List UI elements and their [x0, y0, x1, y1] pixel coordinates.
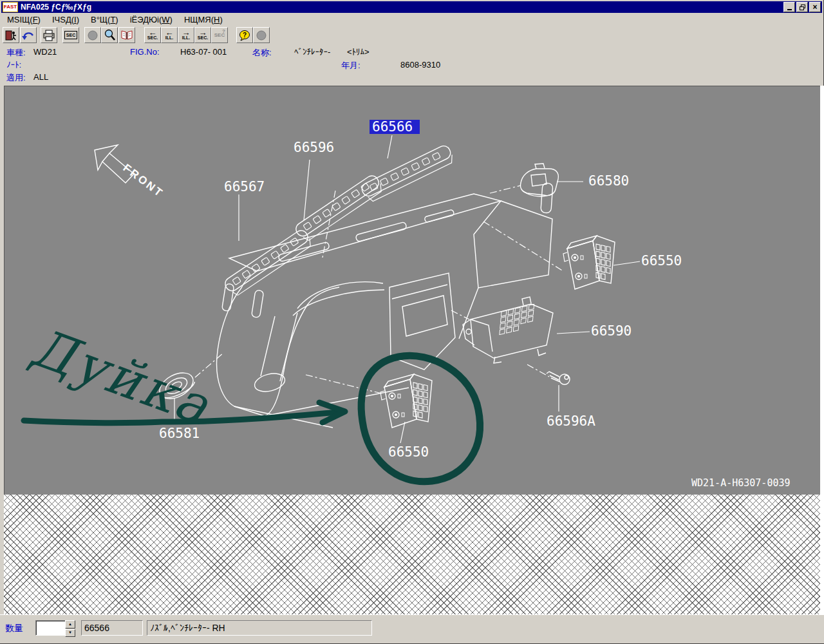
app-icon: FAST	[3, 2, 18, 12]
prev-ill-icon: ←	[165, 30, 174, 35]
next-illustration-button[interactable]: → ILL.	[178, 27, 194, 43]
part-labels: 66596 66567 66580 66550 66590 66596A 665…	[159, 140, 682, 460]
menu-bar: МЅІЩ(F) ІЧЅД(I) В°Щ(T) іЁЭДЮі(W) НЩМЯ(H)	[1, 14, 822, 26]
figure-info-panel: 車種: WD21 FIG.No: H63-07- 001 名称: ﾍﾞﾝﾁﾚｰﾀ…	[1, 45, 822, 84]
exit-button[interactable]	[3, 27, 19, 43]
fig-no-label: FIG.No:	[130, 47, 160, 57]
date-value: 8608-9310	[400, 60, 440, 70]
menu-help[interactable]: НЩМЯ(H)	[178, 14, 229, 25]
apply-label: 適用:	[6, 72, 26, 84]
disabled-button-2	[253, 27, 270, 43]
vehicle-value: WD21	[33, 47, 57, 57]
menu-window[interactable]: іЁЭДЮі(W)	[124, 14, 178, 25]
exit-icon	[5, 30, 17, 41]
blank-disabled-icon-2	[256, 30, 267, 41]
quantity-down-button[interactable]: ▼	[65, 629, 75, 638]
help-icon: ?	[239, 30, 250, 41]
prev-section-button[interactable]: ← SEC.	[144, 27, 161, 43]
sec-icon: SEC	[64, 31, 77, 39]
canvas-right-gutter	[820, 86, 824, 615]
title-bar: FAST NFA025 ƒCƒ‰ƒXƒg ×	[1, 1, 822, 13]
exploded-view-drawing: Дуйка 66596 66567 66580 66550 66590 6659…	[5, 86, 821, 495]
part-label-66580[interactable]: 66580	[588, 173, 629, 189]
quantity-input[interactable]	[35, 620, 66, 636]
vehicle-label: 車種:	[6, 47, 26, 59]
next-sec-icon: →	[199, 30, 207, 35]
illustration-canvas: Дуйка 66596 66567 66580 66550 66590 6659…	[4, 86, 821, 495]
quantity-stepper: ▲ ▼	[65, 620, 75, 637]
quantity-label: 数量	[5, 623, 23, 634]
book-icon	[120, 30, 133, 41]
part-label-66596[interactable]: 66596	[294, 140, 334, 155]
part-label-66596A[interactable]: 66596A	[547, 413, 595, 429]
svg-text:?: ?	[243, 31, 247, 38]
menu-tool[interactable]: В°Щ(T)	[85, 14, 124, 25]
part-label-66550-right[interactable]: 66550	[641, 253, 682, 269]
zoom-button[interactable]	[101, 27, 118, 43]
close-button[interactable]: ×	[809, 2, 821, 12]
sec-list-button[interactable]: SEC	[62, 27, 79, 43]
restore-button[interactable]	[796, 2, 808, 12]
blank-disabled-icon	[88, 30, 98, 41]
section-help-button: ? SEC	[211, 27, 228, 43]
minimize-icon	[787, 9, 792, 10]
part-label-66590[interactable]: 66590	[591, 323, 632, 339]
annotation-circle	[361, 355, 480, 481]
menu-illust[interactable]: ІЧЅД(I)	[46, 14, 85, 25]
undo-button[interactable]	[20, 27, 37, 43]
part-label-66550-bottom[interactable]: 66550	[388, 444, 429, 460]
next-ill-icon: →	[182, 30, 191, 35]
status-bar: 数量 ▲ ▼ 66566 ﾉｽﾞﾙ,ﾍﾞﾝﾁﾚｰﾀｰ- RH	[0, 614, 824, 643]
selected-part-name-field: ﾉｽﾞﾙ,ﾍﾞﾝﾁﾚｰﾀｰ- RH	[147, 620, 372, 636]
name-trim-value: <ﾄﾘﾑ>	[347, 47, 370, 57]
highlighted-part-number[interactable]: 66566	[370, 119, 420, 135]
toolbar: SEC ← SEC. ← ILL. →	[1, 26, 822, 45]
drawing-plate-number: WD21-A-H6307-0039	[691, 477, 791, 489]
quantity-up-button[interactable]: ▲	[65, 620, 75, 629]
help-button[interactable]: ?	[236, 27, 253, 43]
disabled-button-1	[84, 27, 101, 43]
prev-illustration-button[interactable]: ← ILL.	[161, 27, 178, 43]
part-label-66581[interactable]: 66581	[159, 426, 200, 441]
date-label: 年月:	[341, 60, 360, 71]
book-button[interactable]	[118, 27, 135, 43]
restore-icon	[800, 5, 805, 10]
apply-value: ALL	[33, 72, 48, 82]
undo-icon	[22, 30, 35, 41]
window-title: NFA025 ƒCƒ‰ƒXƒg	[18, 3, 783, 12]
name-label: 名称:	[252, 47, 272, 59]
minimize-button[interactable]	[783, 2, 795, 12]
menu-file[interactable]: МЅІЩ(F)	[1, 14, 46, 25]
part-label-66567[interactable]: 66567	[224, 179, 265, 194]
name-value: ﾍﾞﾝﾁﾚｰﾀｰ-	[294, 47, 330, 57]
selected-part-number-field: 66566	[81, 620, 143, 636]
svg-text:66566: 66566	[372, 119, 413, 135]
sec-question-icon: ?	[222, 28, 225, 34]
prev-sec-icon: ←	[149, 30, 157, 35]
fig-no-value: H63-07- 001	[180, 47, 227, 57]
zoom-icon	[104, 29, 116, 41]
print-icon	[42, 30, 55, 41]
application-window: FAST NFA025 ƒCƒ‰ƒXƒg × МЅІЩ(F) ІЧЅД(I) В…	[0, 0, 824, 644]
print-button[interactable]	[41, 27, 57, 43]
close-icon: ×	[812, 4, 817, 10]
empty-hatched-area	[4, 495, 820, 616]
next-section-button[interactable]: → SEC.	[194, 27, 211, 43]
note-label: ﾉｰﾄ:	[6, 60, 21, 70]
